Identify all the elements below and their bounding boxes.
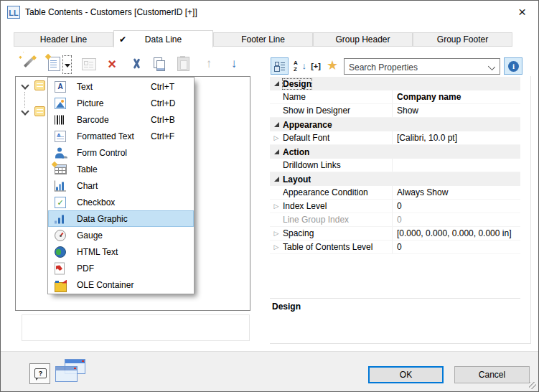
menu-item-label: Data Graphic [77, 214, 151, 224]
property-value[interactable] [392, 159, 520, 172]
help-button[interactable]: ? [29, 363, 50, 384]
text-icon [55, 81, 66, 93]
property-row-drilldown-links[interactable]: Drilldown Links [270, 159, 520, 172]
cut-button[interactable] [129, 56, 146, 75]
sort-alphabetical-button[interactable] [293, 58, 307, 76]
menu-item-checkbox[interactable]: Checkbox [48, 194, 194, 210]
property-category-layout[interactable]: Layout [270, 172, 520, 186]
property-row-default-font[interactable]: ▷ Default Font [Calibri, 10.0 pt] [270, 131, 520, 145]
property-row-show-in-designer[interactable]: Show in Designer Show [270, 104, 520, 118]
tab-group-footer[interactable]: Group Footer [413, 32, 512, 47]
ok-button[interactable]: OK [368, 366, 444, 383]
insert-element-dropdown-button[interactable] [62, 55, 72, 74]
move-up-button: ↑ [202, 56, 220, 75]
menu-item-shortcut: Ctrl+T [151, 82, 194, 92]
expand-all-button[interactable] [309, 60, 323, 73]
property-value[interactable]: 0 [392, 200, 520, 213]
menu-item-label: Picture [77, 98, 151, 108]
menu-item-barcode[interactable]: Barcode Ctrl+B [48, 111, 194, 128]
expand-right-icon[interactable]: ▷ [270, 243, 283, 251]
menu-item-label: Formatted Text [77, 131, 151, 141]
cancel-button[interactable]: Cancel [454, 366, 530, 383]
menu-item-formatted-text[interactable]: Formatted Text Ctrl+F [48, 128, 194, 144]
close-icon[interactable]: × [506, 1, 538, 23]
property-row-appearance-condition[interactable]: Appearance Condition Always Show [270, 186, 520, 200]
table-contents-dialog: LL Table Contents - Customers [CustomerI… [0, 0, 539, 392]
property-value[interactable]: Always Show [392, 186, 520, 199]
menu-item-form-control[interactable]: Form Control [48, 144, 194, 161]
property-value[interactable]: Show [392, 104, 520, 117]
category-expand-icon [270, 149, 283, 154]
favorites-star-icon [325, 57, 339, 73]
property-grid: Design Name Company name Show in Designe… [270, 77, 520, 254]
copy-button[interactable] [152, 57, 169, 75]
property-label: Name [283, 92, 392, 102]
expand-right-icon[interactable]: ▷ [270, 230, 283, 237]
app-logo-icon: LL [7, 6, 20, 19]
menu-item-table[interactable]: Table [48, 161, 194, 177]
property-category-design[interactable]: Design [270, 77, 520, 90]
category-expand-icon [270, 81, 283, 86]
menu-item-text[interactable]: Text Ctrl+T [48, 78, 194, 95]
menu-item-ole-container[interactable]: OLE Container [48, 276, 194, 293]
property-row-line-group-index: Line Group Index 0 [270, 213, 520, 227]
tab-data-line[interactable]: ✔ Data Line [113, 30, 213, 47]
property-value[interactable]: Company name [392, 90, 520, 103]
property-value[interactable]: [Calibri, 10.0 pt] [392, 131, 520, 144]
chart-icon [55, 180, 66, 191]
description-divider [270, 298, 520, 299]
property-label: Spacing [283, 228, 392, 238]
expand-right-icon[interactable]: ▷ [270, 134, 283, 141]
expand-right-icon[interactable]: ▷ [270, 202, 283, 210]
categorized-view-icon [275, 61, 285, 71]
search-properties-input[interactable] [347, 60, 483, 75]
tab-label: Group Footer [437, 34, 488, 45]
combo-chevron-down-icon[interactable] [488, 63, 495, 70]
property-row-name[interactable]: Name Company name [270, 90, 520, 104]
property-value[interactable]: [0.000, 0.000, 0.000, 0.000 in] [392, 227, 520, 240]
menu-item-gauge[interactable]: Gauge [48, 227, 194, 243]
property-row-spacing[interactable]: ▷ Spacing [0.000, 0.000, 0.000, 0.000 in… [270, 227, 520, 241]
menu-item-html-text[interactable]: HTML Text [48, 243, 194, 260]
tab-label: Group Header [335, 34, 390, 45]
wizard-wand-icon [21, 55, 37, 71]
formatted-text-icon [55, 131, 66, 142]
tab-group-header[interactable]: Group Header [313, 32, 413, 47]
move-down-button[interactable]: ↓ [228, 56, 245, 75]
resize-grip[interactable] [529, 382, 536, 389]
chevron-down-icon[interactable] [21, 81, 29, 89]
menu-item-picture[interactable]: Picture Ctrl+D [48, 95, 194, 111]
menu-item-chart[interactable]: Chart [48, 177, 194, 194]
property-row-toc-level[interactable]: ▷ Table of Contents Level 0 [270, 241, 520, 254]
tab-footer-line[interactable]: Footer Line [213, 32, 313, 47]
pdf-icon [55, 262, 65, 274]
property-label: Drilldown Links [283, 160, 392, 170]
property-description-title: Design [272, 302, 301, 312]
favorites-button[interactable] [325, 57, 339, 73]
ole-container-icon [55, 282, 67, 292]
chevron-down-icon[interactable] [21, 107, 29, 115]
menu-item-data-graphic[interactable]: Data Graphic [48, 210, 194, 227]
property-category-action[interactable]: Action [270, 145, 520, 159]
category-expand-icon [270, 177, 283, 182]
menu-item-pdf[interactable]: PDF [48, 260, 194, 276]
categorized-view-button[interactable] [271, 57, 289, 75]
property-category-appearance[interactable]: Appearance [270, 118, 520, 131]
help-icon: ? [34, 368, 47, 378]
wizard-button[interactable] [21, 55, 38, 74]
menu-item-shortcut: Ctrl+D [151, 98, 194, 108]
menu-item-label: Gauge [77, 230, 151, 241]
search-properties-combo[interactable] [344, 58, 500, 75]
property-row-index-level[interactable]: ▷ Index Level 0 [270, 200, 520, 213]
property-panel-border [530, 76, 531, 343]
mini-preview-button[interactable] [55, 359, 87, 388]
property-value[interactable]: 0 [392, 241, 520, 253]
category-label: Appearance [283, 120, 332, 130]
info-toggle-button[interactable] [504, 57, 522, 75]
tab-label: Data Line [145, 34, 182, 45]
category-label: Design [283, 79, 311, 89]
edit-fields-icon [82, 58, 96, 70]
delete-button[interactable]: × [105, 56, 122, 75]
data-graphic-icon [55, 214, 65, 223]
tab-header-line[interactable]: Header Line [14, 32, 113, 47]
